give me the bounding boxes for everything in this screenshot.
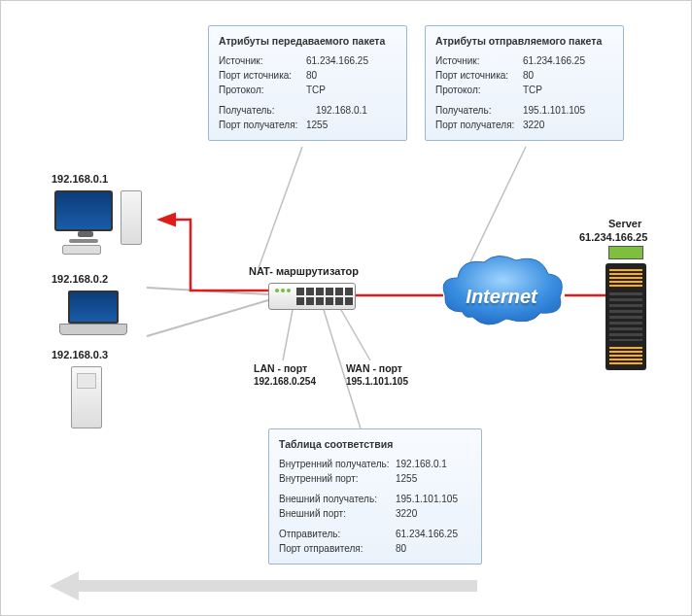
svg-line-0 [147, 288, 268, 294]
box-title: Атрибуты передаваемого пакета [219, 34, 397, 50]
box-title: Атрибуты отправляемого пакета [435, 34, 613, 50]
svg-line-1 [147, 300, 268, 336]
nat-diagram: Атрибуты передаваемого пакета Источник:6… [0, 0, 692, 616]
wan-ip: 195.1.101.105 [346, 376, 408, 387]
forwarded-packet-box: Атрибуты передаваемого пакета Источник:6… [208, 25, 407, 141]
wan-port-label: WAN - порт [346, 362, 402, 374]
nat-mapping-table: Таблица соответствия Внутренний получате… [268, 428, 482, 565]
svg-line-4 [283, 310, 293, 360]
tower-pc-icon [71, 366, 102, 428]
host2-ip: 192.168.0.2 [52, 273, 108, 285]
lan-ip: 192.168.0.254 [254, 376, 316, 387]
box-title: Таблица соответствия [279, 437, 471, 453]
server-ip: 61.234.166.25 [579, 231, 647, 243]
sent-packet-box: Атрибуты отправляемого пакета Источник:6… [425, 25, 624, 141]
direction-arrow-icon [50, 571, 477, 600]
desktop-pc-icon [54, 190, 113, 255]
host3-ip: 192.168.0.3 [52, 349, 108, 360]
nat-router-label: NAT- маршрутизатор [249, 265, 359, 277]
host1-ip: 192.168.0.1 [52, 173, 108, 185]
lan-port-label: LAN - порт [254, 362, 307, 374]
svg-line-2 [259, 147, 302, 268]
laptop-icon [55, 291, 131, 339]
server-label: Server [608, 218, 641, 229]
server-rack-icon [606, 263, 646, 370]
internet-cloud-icon: Internet [433, 249, 570, 336]
cloud-label: Internet [433, 286, 570, 308]
svg-line-5 [341, 310, 370, 360]
router-icon [268, 283, 356, 310]
